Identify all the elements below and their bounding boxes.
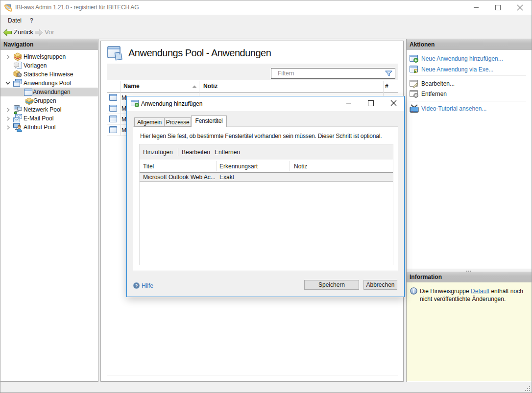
svg-text:?: ? [135,283,138,288]
